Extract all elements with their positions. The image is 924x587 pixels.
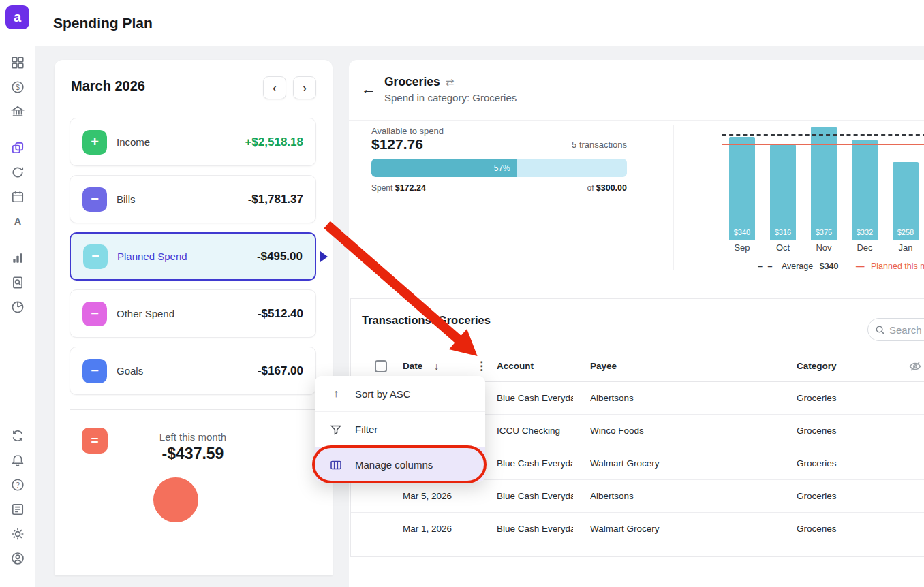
plan-row-planned-spend[interactable]: − Planned Spend -$495.00 (70, 232, 316, 281)
app-logo[interactable]: a (5, 5, 29, 29)
news-icon[interactable] (11, 503, 25, 516)
plan-row-income[interactable]: + Income +$2,518.18 (70, 118, 316, 166)
menu-item-sort-asc[interactable]: ↑ Sort by ASC (315, 376, 485, 411)
bar-value-label: $258 (893, 228, 919, 236)
search-input[interactable] (889, 324, 924, 336)
goals-icon: − (82, 359, 107, 383)
column-header-category[interactable]: Category (797, 351, 837, 382)
search-box[interactable] (867, 318, 924, 341)
menu-item-manage-columns[interactable]: Manage columns (315, 447, 485, 482)
sidebar: a $ A (0, 0, 35, 587)
progress-percent: 57% (494, 163, 510, 173)
transaction-count: 5 transactions (553, 140, 627, 150)
page-title: Spending Plan (53, 0, 153, 46)
spending-plan-icon[interactable] (11, 141, 25, 155)
plan-month-title: March 2026 (71, 78, 145, 94)
cell-payee: Walmart Grocery (590, 513, 713, 545)
search-icon (875, 325, 885, 335)
dashboard-icon[interactable] (11, 56, 25, 69)
recurring-icon[interactable] (11, 165, 25, 179)
bar-value-label: $332 (852, 228, 878, 236)
plan-row-label: Income (117, 136, 150, 148)
prev-month-button[interactable]: ‹ (263, 76, 286, 99)
sync-icon[interactable] (11, 429, 25, 443)
planned-legend-dash: — (856, 261, 865, 271)
divider (70, 409, 316, 410)
recurring-badge-icon: ⇄ (446, 76, 455, 88)
investments-icon[interactable]: A (11, 215, 25, 228)
spent-summary: Spent $172.24 of $300.00 (371, 183, 627, 193)
plan-row-label: Other Spend (117, 308, 174, 319)
cell-date: Mar 5, 2026 (403, 480, 478, 513)
menu-item-label: Filter (355, 424, 378, 435)
spend-history-chart: $340Sep$316Oct$375Nov$332Dec$258Jan (722, 121, 924, 257)
plan-row-goals[interactable]: − Goals -$167.00 (70, 347, 316, 395)
cell-category: Groceries (797, 513, 892, 545)
category-subtitle: Spend in category: Groceries (384, 92, 517, 104)
plan-row-amount: -$167.00 (258, 364, 303, 378)
average-legend-label: Average (782, 261, 813, 271)
svg-text:?: ? (16, 481, 20, 489)
bar-value-label: $340 (729, 228, 755, 236)
help-icon[interactable]: ? (11, 478, 25, 492)
plan-row-amount: -$495.00 (257, 250, 303, 264)
column-context-menu: ↑ Sort by ASC Filter Manage columns (315, 376, 485, 482)
planned-line (722, 144, 924, 145)
notifications-icon[interactable] (11, 454, 25, 467)
bar-month-label: Jan (893, 242, 919, 253)
cell-category: Groceries (797, 382, 892, 415)
transactions-title: Transactions: Groceries (362, 314, 491, 327)
filter-icon (328, 424, 343, 436)
table-row[interactable]: Mar 1, 2026 Blue Cash Everyda Walmart Gr… (351, 513, 924, 545)
column-header-payee[interactable]: Payee (590, 351, 617, 382)
column-header-account[interactable]: Account (497, 351, 534, 382)
back-button[interactable]: ← (361, 80, 376, 98)
cell-category: Groceries (797, 480, 892, 513)
cell-account: ICCU Checking (497, 415, 573, 447)
chart-bar: $340 (729, 137, 755, 240)
profile-icon[interactable] (11, 552, 25, 565)
hide-amounts-icon[interactable] (908, 360, 922, 373)
transactions-icon[interactable]: $ (11, 80, 25, 94)
spent-amount: $172.24 (395, 183, 426, 193)
average-legend-dash: – – (758, 261, 773, 271)
selected-row-pointer (320, 251, 328, 262)
next-month-button[interactable]: › (293, 76, 316, 99)
income-icon: + (82, 130, 107, 155)
plan-row-amount: -$1,781.37 (248, 193, 303, 206)
select-all-checkbox[interactable] (375, 360, 387, 372)
pie-chart-icon[interactable] (11, 300, 25, 314)
plan-row-bills[interactable]: − Bills -$1,781.37 (70, 175, 316, 223)
bills-icon: − (82, 187, 107, 212)
cell-payee: Walmart Grocery (590, 447, 713, 480)
menu-item-filter[interactable]: Filter (315, 411, 485, 447)
table-row[interactable]: Mar 5, 2026 Blue Cash Everyda Albertsons… (351, 480, 924, 513)
cell-date: Mar 1, 2026 (403, 513, 478, 545)
available-amount: $127.76 (371, 136, 423, 153)
left-this-month-label: Left this month (123, 431, 263, 443)
cell-category: Groceries (797, 415, 892, 447)
plan-row-other-spend[interactable]: − Other Spend -$512.40 (70, 289, 316, 338)
cell-category: Groceries (797, 447, 892, 480)
cell-payee: Albertsons (590, 480, 713, 513)
chart-bar: $332 (852, 140, 878, 240)
bar-value-label: $316 (770, 228, 796, 236)
cell-account: Blue Cash Everyda (497, 513, 573, 545)
average-line (722, 134, 924, 136)
search-report-icon[interactable] (11, 276, 25, 289)
budget-amount: $300.00 (596, 183, 627, 193)
cell-account: Blue Cash Everyda (497, 382, 573, 415)
bar-value-label: $375 (811, 228, 837, 236)
chart-legend: – – Average $340 — Planned this month $3 (758, 261, 924, 271)
calendar-icon[interactable] (11, 190, 25, 204)
cell-payee: Albertsons (590, 382, 713, 415)
reports-icon[interactable] (11, 251, 25, 265)
cell-account: Blue Cash Everyda (497, 447, 573, 480)
accounts-icon[interactable] (11, 105, 25, 118)
settings-icon[interactable] (11, 527, 25, 541)
menu-item-label: Sort by ASC (355, 388, 411, 400)
plan-row-amount: +$2,518.18 (245, 136, 303, 149)
category-detail-panel: ← Groceries⇄ Spend in category: Grocerie… (349, 60, 924, 587)
budget-progress-bar: 57% (371, 159, 627, 177)
planned-legend-label: Planned this month (871, 261, 924, 271)
